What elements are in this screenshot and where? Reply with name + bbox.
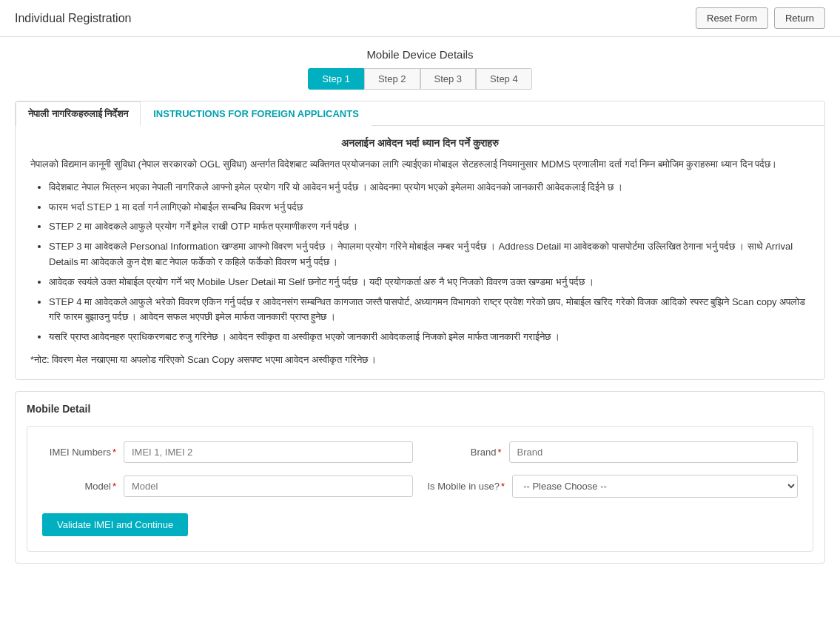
page-title: Individual Registration: [15, 12, 131, 25]
mobile-detail-title: Mobile Detail: [27, 403, 813, 415]
steps-nav: Step 1 Step 2 Step 3 Step 4: [308, 68, 531, 90]
instructions-para: नेपालको विद्यमान कानूनी सुविधा (नेपाल सर…: [30, 157, 810, 173]
main-content: Mobile Device Details Step 1 Step 2 Step…: [0, 37, 840, 575]
tabs: नेपाली नागरिकहरुलाई निर्देशन INSTRUCTION…: [16, 101, 824, 126]
brand-label: Brand*: [428, 447, 502, 458]
brand-group: Brand*: [428, 441, 799, 463]
instructions-heading: अनलाईन आवेदन भर्दा ध्यान दिन पर्ने कुराह…: [30, 137, 810, 150]
mobile-in-use-label: Is Mobile in use?*: [428, 481, 505, 492]
instructions-note: *नोट: विवरण मेल नखाएमा या अपलोड गरिएको S…: [30, 353, 810, 368]
tab-nepali[interactable]: नेपाली नागरिकहरुलाई निर्देशन: [16, 101, 141, 126]
mobile-detail-card: Mobile Detail IMEI Numbers* Brand*: [15, 391, 825, 564]
imei-group: IMEI Numbers*: [42, 441, 413, 463]
step-1-button[interactable]: Step 1: [308, 68, 364, 90]
tab-content-nepali: अनलाईन आवेदन भर्दा ध्यान दिन पर्ने कुराह…: [16, 126, 824, 379]
header-buttons: Reset Form Return: [696, 7, 825, 29]
tab-foreign[interactable]: INSTRUCTIONS FOR FOREIGN APPLICANTS: [141, 101, 372, 126]
instructions-card: नेपाली नागरिकहरुलाई निर्देशन INSTRUCTION…: [15, 101, 825, 380]
model-group: Model*: [42, 475, 413, 497]
list-item: विदेशबाट नेपाल भित्रुन भएका नेपाली नागरि…: [49, 180, 810, 196]
list-item: STEP 4 मा आवेदकले आफुले भरेको विवरण एकिन…: [49, 295, 810, 326]
step-4-button[interactable]: Step 4: [476, 68, 532, 90]
model-label: Model*: [42, 481, 116, 492]
form-row-1: IMEI Numbers* Brand*: [42, 441, 798, 463]
form-section: IMEI Numbers* Brand* M: [27, 426, 813, 552]
list-item: STEP 3 मा आवेदकले Personal Information ख…: [49, 239, 810, 270]
list-item: आवेदक स्वयंले उक्त मोबाईल प्रयोग गर्ने भ…: [49, 275, 810, 290]
mobile-in-use-select[interactable]: -- Please Choose -- Yes No: [512, 475, 798, 498]
instructions-list: विदेशबाट नेपाल भित्रुन भएका नेपाली नागरि…: [30, 180, 810, 345]
list-item: STEP 2 मा आवेदकले आफुले प्रयोग गर्ने इमे…: [49, 219, 810, 235]
steps-title: Mobile Device Details: [15, 48, 825, 61]
app-container: Individual Registration Reset Form Retur…: [0, 0, 840, 631]
return-button[interactable]: Return: [774, 7, 825, 29]
brand-input[interactable]: [509, 441, 799, 463]
step-2-button[interactable]: Step 2: [364, 68, 420, 90]
model-input[interactable]: [124, 475, 413, 497]
imei-input[interactable]: [124, 441, 413, 463]
list-item: फारम भर्दा STEP 1 मा दर्ता गर्न लागिएको …: [49, 200, 810, 216]
reset-form-button[interactable]: Reset Form: [696, 7, 768, 29]
steps-section: Mobile Device Details Step 1 Step 2 Step…: [15, 48, 825, 90]
step-3-button[interactable]: Step 3: [420, 68, 477, 90]
mobile-in-use-group: Is Mobile in use?* -- Please Choose -- Y…: [428, 475, 799, 498]
header: Individual Registration Reset Form Retur…: [0, 0, 840, 37]
form-row-2: Model* Is Mobile in use?* -- Please Choo…: [42, 475, 798, 498]
validate-button[interactable]: Validate IMEI and Continue: [42, 513, 188, 536]
list-item: यसरि प्राप्त आवेदनहरु प्राधिकरणबाट रुजु …: [49, 330, 810, 345]
imei-label: IMEI Numbers*: [42, 447, 116, 458]
button-row: Validate IMEI and Continue: [42, 510, 798, 536]
